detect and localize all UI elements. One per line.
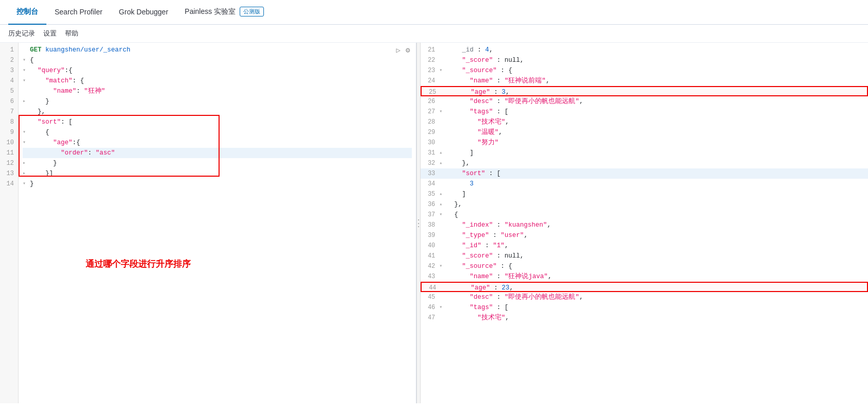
fold-10[interactable] — [23, 138, 30, 148]
editor-line-12: } — [23, 158, 412, 168]
editor-line-10: "age":{ — [23, 138, 412, 148]
editor-line-13: }] — [23, 168, 412, 179]
output-content: 21 _id : 4, 22 "_score" : null, 23 ▾ "_s… — [421, 43, 868, 325]
output-line-34: 34 3 — [421, 179, 868, 189]
editor-line-14: } — [23, 179, 412, 189]
editor-annotation: 通过哪个字段进行升序排序 — [86, 259, 191, 269]
run-icon[interactable]: ▷ — [396, 46, 400, 55]
output-line-31: 31 ▴ ] — [421, 148, 868, 158]
editor-panel: ▷ ⚙ 1 2 3 4 5 6 7 8 9 10 11 12 13 14 — [0, 43, 416, 403]
editor-code-area[interactable]: 1 2 3 4 5 6 7 8 9 10 11 12 13 14 — [0, 43, 416, 403]
output-panel[interactable]: 21 _id : 4, 22 "_score" : null, 23 ▾ "_s… — [421, 43, 868, 403]
toolbar-history[interactable]: 历史记录 — [8, 29, 35, 38]
fold-4[interactable] — [23, 76, 30, 86]
output-line-32: 32 ▴ }, — [421, 158, 868, 168]
output-line-24: 24 "name" : "狂神说前端", — [421, 76, 868, 86]
tab-painless-lab[interactable]: Painless 实验室 公测版 — [176, 0, 272, 25]
output-line-37: 37 ▾ { — [421, 210, 868, 220]
secondary-toolbar: 历史记录 设置 帮助 — [0, 25, 868, 43]
editor-actions: ▷ ⚙ — [396, 46, 410, 55]
fold-2[interactable] — [23, 55, 30, 65]
output-line-41: 41 "_score" : null, — [421, 251, 868, 261]
editor-line-4: "match": { — [23, 76, 412, 86]
output-line-28: 28 "技术宅", — [421, 117, 868, 127]
top-nav: 控制台 Search Profiler Grok Debugger Painle… — [0, 0, 868, 25]
output-line-25: 25 "age" : 3, — [421, 86, 868, 96]
output-line-21: 21 _id : 4, — [421, 45, 868, 55]
output-line-26: 26 "desc" : "即使再小的帆也能远航", — [421, 96, 868, 107]
output-line-42: 42 ▾ "_source" : { — [421, 261, 868, 271]
tab-console[interactable]: 控制台 — [8, 0, 46, 25]
output-line-45: 45 "desc" : "即使再小的帆也能远航", — [421, 292, 868, 302]
output-line-35: 35 ▴ ] — [421, 189, 868, 199]
tab-search-profiler[interactable]: Search Profiler — [46, 0, 111, 25]
toolbar-settings[interactable]: 设置 — [43, 29, 57, 38]
editor-line-2: { — [23, 55, 412, 65]
fold-13[interactable] — [23, 168, 30, 179]
editor-line-9: { — [23, 127, 412, 138]
editor-line-11: "order": "asc" — [23, 148, 412, 158]
output-line-46: 46 ▾ "tags" : [ — [421, 302, 868, 313]
output-line-22: 22 "_score" : null, — [421, 55, 868, 65]
drag-handle[interactable]: ⋮ — [416, 43, 421, 403]
output-line-33: 33 "sort" : [ — [421, 168, 868, 179]
editor-line-8: "sort": [ — [23, 117, 412, 127]
fold-12[interactable] — [23, 158, 30, 168]
fold-6[interactable] — [23, 96, 30, 107]
fold-14[interactable] — [23, 179, 30, 189]
output-line-29: 29 "温暖", — [421, 127, 868, 138]
output-line-47: 47 "技术宅", — [421, 313, 868, 323]
output-line-38: 38 "_index" : "kuangshen", — [421, 220, 868, 230]
output-line-39: 39 "_type" : "user", — [421, 230, 868, 241]
wrench-icon[interactable]: ⚙ — [406, 46, 410, 55]
editor-line-numbers: 1 2 3 4 5 6 7 8 9 10 11 12 13 14 — [0, 43, 19, 403]
output-line-27: 27 ▾ "tags" : [ — [421, 107, 868, 117]
output-line-40: 40 "_id" : "1", — [421, 241, 868, 251]
output-line-43: 43 "name" : "狂神说java", — [421, 271, 868, 282]
tab-grok-debugger[interactable]: Grok Debugger — [111, 0, 177, 25]
editor-line-1: GET kuangshen/user/_search — [23, 45, 412, 55]
output-line-36: 36 ▴ }, — [421, 199, 868, 210]
editor-line-5: "name": "狂神" — [23, 86, 412, 96]
fold-9[interactable] — [23, 127, 30, 138]
editor-line-3: "query":{ — [23, 65, 412, 76]
output-line-23: 23 ▾ "_source" : { — [421, 65, 868, 76]
toolbar-help[interactable]: 帮助 — [65, 29, 78, 38]
editor-line-7: }, — [23, 107, 412, 117]
output-line-44: 44 "age" : 23, — [421, 282, 868, 292]
editor-line-6: } — [23, 96, 412, 107]
beta-badge: 公测版 — [240, 7, 264, 16]
editor-content[interactable]: GET kuangshen/user/_search { "query":{ "… — [19, 43, 416, 403]
main-content: ▷ ⚙ 1 2 3 4 5 6 7 8 9 10 11 12 13 14 — [0, 43, 868, 403]
fold-3[interactable] — [23, 65, 30, 76]
output-line-30: 30 "努力" — [421, 138, 868, 148]
